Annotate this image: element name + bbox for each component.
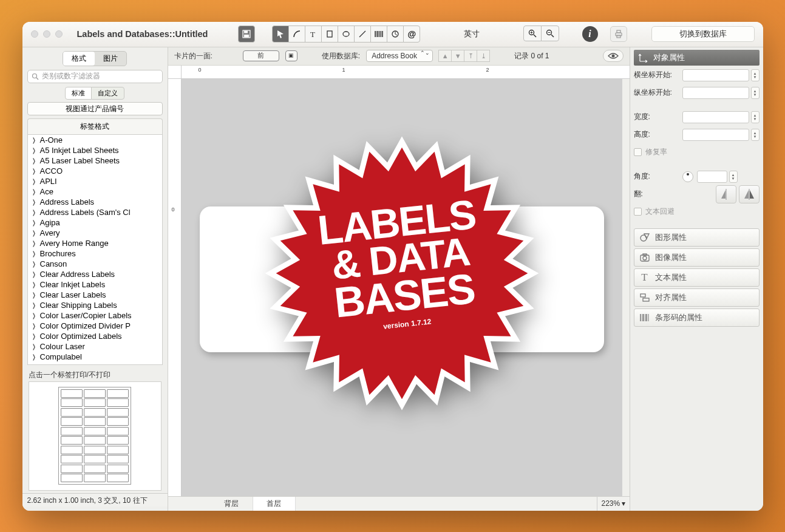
angle-stepper[interactable]: ▲▼ (729, 171, 738, 183)
label-cell[interactable] (61, 398, 83, 407)
seg-standard[interactable]: 标准 (65, 87, 92, 100)
list-item[interactable]: ❯Ace (28, 186, 162, 197)
label-cell[interactable] (61, 427, 83, 435)
label-cell[interactable] (107, 436, 129, 445)
zoom-out-button[interactable] (541, 26, 559, 41)
list-item[interactable]: ❯Clear Address Labels (28, 269, 162, 279)
list-item[interactable]: ❯Clear Inkjet Labels (28, 279, 162, 290)
list-item[interactable]: ❯Address Labels (28, 197, 162, 207)
zoom-display[interactable]: 223% ▾ (597, 497, 629, 511)
view-by-product-button[interactable]: 视图通过产品编号 (27, 102, 163, 115)
label-cell[interactable] (107, 455, 129, 463)
zoom-in-button[interactable] (523, 26, 542, 41)
label-cell[interactable] (107, 474, 129, 482)
label-cell[interactable] (61, 446, 83, 454)
image-props-section[interactable]: 图像属性 (634, 248, 760, 267)
shape-props-section[interactable]: 图形属性 (634, 228, 760, 247)
at-tool[interactable]: @ (403, 26, 420, 43)
list-item[interactable]: ❯Copier Tabs (28, 362, 162, 365)
zoom-window[interactable] (55, 30, 63, 38)
label-cell[interactable] (84, 474, 106, 482)
list-item[interactable]: ❯Brochures (28, 248, 162, 259)
width-field[interactable] (682, 111, 749, 123)
arc-tool[interactable] (288, 26, 305, 43)
label-cell[interactable] (84, 398, 106, 407)
nav-first[interactable]: ⤒ (464, 50, 477, 62)
label-cell[interactable] (107, 389, 129, 398)
label-cell[interactable] (107, 427, 129, 435)
label-cell[interactable] (107, 398, 129, 407)
nav-down[interactable]: ▼ (451, 50, 464, 62)
database-select[interactable]: Address Book (366, 50, 433, 62)
list-item[interactable]: ❯Clear Shipping Labels (28, 300, 162, 310)
line-tool[interactable] (354, 26, 371, 43)
list-item[interactable]: ❯A-One (28, 135, 162, 145)
width-stepper[interactable]: ▲▼ (751, 111, 760, 123)
label-cell[interactable] (84, 446, 106, 454)
label-cell[interactable] (61, 465, 83, 473)
list-item[interactable]: ❯APLI (28, 176, 162, 186)
list-item[interactable]: ❯Color Optimized Labels (28, 331, 162, 341)
list-item[interactable]: ❯ACCO (28, 166, 162, 176)
nav-last[interactable]: ⤓ (477, 50, 490, 62)
list-item[interactable]: ❯Color Optimized Divider P (28, 321, 162, 331)
units-select[interactable]: 英寸 (450, 27, 493, 41)
list-item[interactable]: ❯A5 Inkjet Label Sheets (28, 145, 162, 155)
switch-database-button[interactable]: 切换到数据库 (651, 26, 755, 42)
label-cell[interactable] (61, 455, 83, 463)
save-button[interactable] (238, 26, 255, 43)
object-props-header[interactable]: 对象属性 (634, 50, 760, 66)
keep-ratio-checkbox[interactable] (634, 148, 642, 156)
list-item[interactable]: ❯Avery (28, 228, 162, 238)
close-window[interactable] (31, 30, 38, 38)
search-input[interactable]: 类别或数字滤波器 (27, 70, 163, 83)
list-item[interactable]: ❯Agipa (28, 217, 162, 228)
label-cell[interactable] (61, 408, 83, 417)
height-stepper[interactable]: ▲▼ (751, 129, 760, 141)
rect-tool[interactable] (321, 26, 338, 43)
list-item[interactable]: ❯Canson (28, 259, 162, 269)
angle-field[interactable] (697, 171, 727, 183)
label-cell[interactable] (84, 389, 106, 398)
vertical-scrollbar[interactable] (622, 79, 630, 496)
label-cell[interactable] (107, 446, 129, 454)
back-side-button[interactable]: ▣ (285, 50, 297, 61)
pointer-tool[interactable] (272, 26, 289, 43)
front-side-button[interactable]: 前 (243, 50, 279, 61)
counter-tool[interactable] (387, 26, 404, 43)
list-item[interactable]: ❯Clear Laser Labels (28, 290, 162, 300)
label-cell[interactable] (61, 474, 83, 482)
label-cell[interactable] (84, 408, 106, 417)
height-field[interactable] (682, 129, 749, 141)
info-button[interactable]: i (582, 26, 598, 42)
text-tool[interactable]: T (305, 26, 322, 43)
angle-knob[interactable] (682, 171, 693, 182)
text-props-section[interactable]: T文本属性 (634, 268, 760, 287)
list-item[interactable]: ❯Colour Laser (28, 341, 162, 352)
label-cell[interactable] (61, 389, 83, 398)
list-item[interactable]: ❯Color Laser/Copier Labels (28, 310, 162, 321)
layer-tab-back[interactable]: 背层 (211, 497, 253, 511)
label-cell[interactable] (84, 436, 106, 445)
flip-horizontal-button[interactable] (716, 185, 736, 203)
align-props-section[interactable]: 对齐属性 (634, 288, 760, 307)
canvas[interactable]: LABELS & DATA BASES version 1.7.12 (182, 79, 622, 496)
template-list[interactable]: ❯A-One❯A5 Inkjet Label Sheets❯A5 Laser L… (27, 134, 163, 365)
print-button[interactable] (610, 26, 627, 42)
label-cell[interactable] (84, 465, 106, 473)
text-wrap-checkbox[interactable] (634, 208, 642, 216)
tab-image[interactable]: 图片 (95, 52, 126, 66)
nav-up[interactable]: ▲ (438, 50, 452, 62)
sheet-preview[interactable] (29, 381, 161, 491)
label-cell[interactable] (107, 417, 129, 426)
x-start-field[interactable] (682, 69, 749, 81)
x-start-stepper[interactable]: ▲▼ (751, 69, 760, 81)
label-cell[interactable] (84, 417, 106, 426)
barcode-props-section[interactable]: 条形码的属性 (634, 309, 760, 327)
preview-button[interactable] (603, 50, 624, 62)
label-cell[interactable] (61, 417, 83, 426)
list-item[interactable]: ❯Avery Home Range (28, 238, 162, 248)
layer-tab-front[interactable]: 首层 (253, 497, 296, 511)
minimize-window[interactable] (43, 30, 50, 38)
label-cell[interactable] (107, 408, 129, 417)
